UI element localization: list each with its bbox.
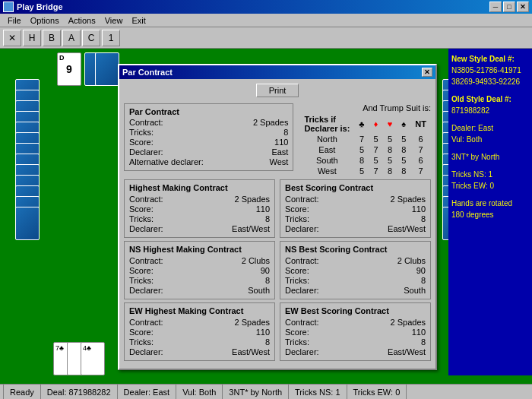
new-style-value-1: N3805-21786-41971 [451,65,529,76]
ns-hm-tricks-row: Tricks: 8 [129,276,270,285]
hm-score-row: Score: 110 [129,204,270,214]
clubs-header: ♣ [354,114,369,134]
degrees: 180 degrees [451,209,529,220]
status-bar: Ready Deal: 871988282 Dealer: East Vul: … [0,384,532,399]
south-spades: 5 [397,155,410,166]
toolbar-btn-1[interactable]: 1 [102,30,120,46]
west-label: West [299,166,354,176]
ew-hm-title: EW Highest Making Contract [129,306,270,315]
trump-suit-header: And Trump Suit is: [299,103,431,112]
south-card-3[interactable]: 4♣ [81,342,105,375]
tricks-if-header: Tricks ifDeclarer is: [299,114,354,134]
toolbar-btn-x[interactable]: ✕ [3,30,21,46]
ns-bs-contract-row: Contract: 2 Clubs [285,256,426,265]
par-dialog-title: Par Contract ✕ [119,65,435,79]
rotation-section: Hands are rotated 180 degrees [451,198,529,220]
status-contract: 3NT* by North [223,385,289,399]
menu-actions[interactable]: Actions [64,15,100,26]
contract-section: 3NT* by North [451,151,529,163]
toolbar-btn-a[interactable]: A [62,30,81,46]
north-label: North [299,134,354,144]
west-spades: 8 [397,166,410,176]
hm-contract-row: Contract: 2 Spades [129,195,270,204]
east-clubs: 5 [354,144,369,155]
bs-declarer-row: Declarer: East/West [285,224,426,233]
tricks-table-area: And Trump Suit is: Tricks ifDeclarer is:… [299,103,431,176]
new-style-deal-section: New Style Deal #: N3805-21786-41971 3826… [451,53,529,87]
toolbar-btn-h[interactable]: H [23,30,41,46]
tricks-ew-label: Tricks EW: [451,182,488,190]
ew-bs-declarer-row: Declarer: East/West [285,347,426,356]
ew-hm-contract-row: Contract: 2 Spades [129,318,270,327]
par-contract-details: Par Contract Contract: 2 Spades Tricks: … [124,103,293,171]
new-style-label: New Style Deal #: [451,53,529,65]
tricks-section: Tricks NS: 1 Tricks EW: 0 [451,169,529,192]
par-declarer-row: Declarer: East [129,147,288,157]
par-tricks-value: 8 [283,128,288,137]
tricks-table: Tricks ifDeclarer is: ♣ ♦ ♥ ♠ NT [299,114,431,176]
ew-bs-contract-row: Contract: 2 Spades [285,318,426,327]
status-tricks-ew: Tricks EW: 0 [347,385,407,399]
west-nt: 7 [410,166,431,176]
ns-bs-declarer-row: Declarer: South [285,286,426,295]
dealer-section: Dealer: East Vul: Both [451,122,529,145]
par-contract-value: 2 Spades [253,118,288,127]
status-dealer-text: Dealer: East [124,388,170,397]
minimize-button[interactable]: ─ [489,2,502,12]
status-tricks-ns: Tricks NS: 1 [289,385,347,399]
old-style-value: 871988282 [451,105,529,116]
ew-hm-tricks-row: Tricks: 8 [129,337,270,347]
ns-hm-score-row: Score: 90 [129,266,270,275]
par-dialog-close-button[interactable]: ✕ [422,68,432,77]
highest-making-title: Highest Making Contract [129,183,270,192]
north-diamonds: 5 [369,134,383,144]
ew-highest-making-box: EW Highest Making Contract Contract: 2 S… [124,302,275,361]
west-diamonds: 7 [369,166,383,176]
toolbar-btn-c[interactable]: C [82,30,100,46]
contracts-row-2: NS Highest Making Contract Contract: 2 C… [124,241,431,299]
ns-hm-title: NS Highest Making Contract [129,245,270,254]
west-card-13[interactable] [15,207,40,240]
par-dialog-title-text: Par Contract [122,68,173,77]
par-declarer-label: Declarer: [129,147,163,157]
north-card-visible[interactable]: D 9 [57,52,81,86]
par-alt-declarer-value: West [270,157,289,166]
east-diamonds: 7 [369,144,383,155]
bs-tricks-row: Tricks: 8 [285,214,426,223]
south-row: South 8 5 5 5 6 [299,155,431,166]
old-style-deal-section: Old Style Deal #: 871988282 [451,93,529,116]
vul-label: Vul: [451,135,464,144]
dealer-value: East [478,124,493,132]
maximize-button[interactable]: □ [503,2,515,12]
app-title: Play Bridge [17,2,63,11]
menu-options[interactable]: Options [26,15,64,26]
title-bar-controls: ─ □ ✕ [489,2,529,12]
menu-view[interactable]: View [100,15,128,26]
dealer-label-value: Dealer: East [451,122,529,134]
close-button[interactable]: ✕ [517,2,529,12]
tricks-ew-value: 0 [490,182,495,190]
par-contract-label: Contract: [129,118,163,127]
highest-making-box: Highest Making Contract Contract: 2 Spad… [124,179,275,238]
tricks-ns: Tricks NS: 1 [451,169,529,180]
ew-hm-score-row: Score: 110 [129,328,270,337]
status-vul-text: Vul: Both [182,388,216,397]
nt-header: NT [410,114,431,134]
par-alt-declarer-label: Alternative declarer: [129,157,204,166]
menu-exit[interactable]: Exit [127,15,150,26]
west-row: West 5 7 8 8 7 [299,166,431,176]
ns-bs-title: NS Best Scoring Contract [285,245,426,254]
ns-bs-score-row: Score: 90 [285,266,426,275]
tricks-ew: Tricks EW: 0 [451,180,529,192]
print-button[interactable]: Print [256,84,299,97]
status-deal-text: Deal: 871988282 [47,388,111,397]
status-tricks-ew-text: Tricks EW: 0 [353,388,401,397]
north-hearts: 5 [383,134,397,144]
contracts-row-3: EW Highest Making Contract Contract: 2 S… [124,302,431,361]
heart-header: ♥ [383,114,397,134]
toolbar-btn-b[interactable]: B [43,30,61,46]
menu-file[interactable]: File [3,15,26,26]
east-hearts: 8 [383,144,397,155]
north-card-3[interactable] [95,52,119,86]
status-dealer: Dealer: East [118,385,177,399]
